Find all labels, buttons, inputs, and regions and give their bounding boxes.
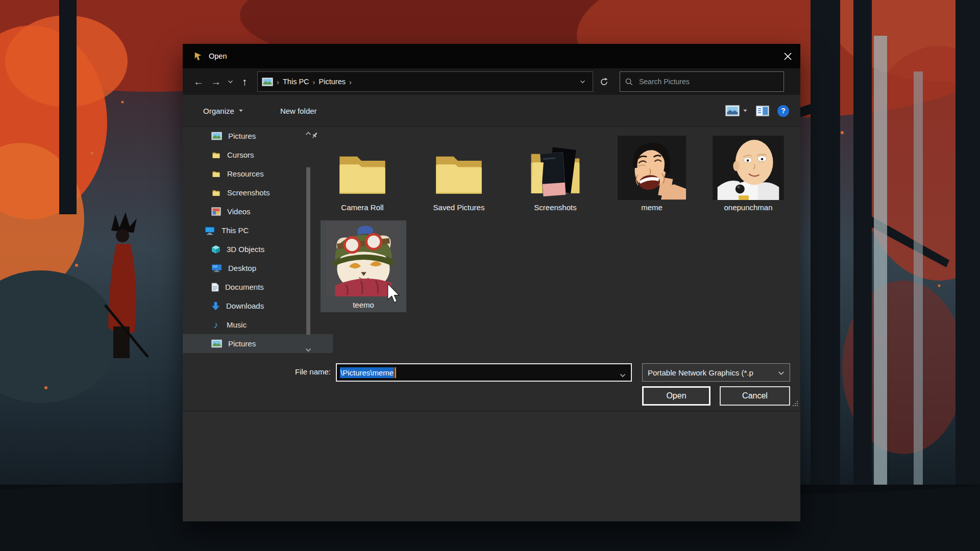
app-icon: [194, 52, 203, 61]
chevron-down-icon: [778, 368, 785, 377]
file-type-select[interactable]: Portable Network Graphics (*.p: [642, 363, 790, 382]
search-input[interactable]: [638, 77, 778, 86]
up-button[interactable]: ↑: [236, 72, 253, 91]
help-button[interactable]: ?: [777, 105, 789, 117]
thumbnail-view-icon: [725, 105, 740, 116]
folder-icon: [211, 151, 221, 159]
folder-icon: [211, 170, 221, 178]
dialog-titlebar[interactable]: Open: [183, 44, 800, 68]
refresh-icon: [600, 78, 608, 86]
pictures-icon: [211, 132, 222, 140]
change-view-button[interactable]: [725, 105, 748, 116]
text-caret: [395, 367, 396, 378]
pictures-icon: [211, 339, 222, 348]
preview-pane-icon: [756, 106, 769, 116]
breadcrumb-separator: ›: [349, 78, 352, 86]
breadcrumb-this-pc[interactable]: This PC: [283, 78, 309, 86]
command-bar: Organize New folder: [183, 95, 800, 127]
location-folder-icon: [262, 78, 273, 86]
back-button[interactable]: ←: [190, 72, 207, 91]
close-button[interactable]: [775, 44, 800, 68]
scroll-up-icon[interactable]: [305, 129, 311, 138]
folder-icon: [211, 189, 221, 197]
search-box[interactable]: [620, 71, 784, 92]
organize-button[interactable]: Organize: [203, 107, 243, 115]
address-dropdown-button[interactable]: [577, 80, 589, 84]
meme-thumbnail: [618, 136, 686, 200]
open-dialog: Open ← → ↑: [183, 44, 800, 411]
breadcrumb-separator: ›: [313, 78, 315, 86]
file-name-value: \Pictures\meme: [340, 367, 394, 378]
file-item-screenshots[interactable]: Screenshots: [509, 128, 601, 215]
file-item-saved-pictures[interactable]: Saved Pictures: [413, 128, 505, 215]
music-icon: ♪: [211, 321, 220, 329]
desktop-screen: Open ← → ↑: [0, 0, 980, 551]
onepunchman-thumbnail: [713, 136, 784, 200]
computer-icon: [204, 226, 215, 235]
download-icon: [211, 302, 220, 311]
close-icon: [784, 53, 792, 60]
sidebar-scrollbar[interactable]: [304, 127, 312, 357]
resize-grip[interactable]: [792, 400, 799, 409]
navigation-pane: Pictures: [183, 127, 312, 357]
open-button[interactable]: Open: [642, 386, 710, 406]
forward-button[interactable]: →: [207, 72, 225, 91]
file-item-camera-roll[interactable]: Camera Roll: [316, 128, 408, 215]
folder-icon: [334, 147, 391, 200]
chevron-down-icon: [238, 109, 243, 112]
cancel-button[interactable]: Cancel: [720, 386, 790, 406]
folder-with-previews-icon: [525, 144, 585, 200]
chevron-down-icon: [228, 80, 233, 84]
document-icon: [211, 283, 219, 292]
file-name-label: File name:: [277, 367, 331, 376]
videos-icon: [211, 207, 221, 216]
mouse-cursor: [387, 284, 401, 306]
file-name-dropdown-button[interactable]: [620, 370, 626, 380]
dialog-title: Open: [209, 52, 227, 60]
chevron-down-icon: [580, 80, 585, 84]
breadcrumb-separator: ›: [277, 78, 279, 86]
file-item-meme[interactable]: meme: [606, 128, 698, 215]
file-list[interactable]: Camera Roll Saved Pictures Screenshots m…: [312, 127, 800, 357]
folder-icon: [430, 147, 487, 200]
dialog-content: Pictures: [183, 127, 800, 357]
address-bar[interactable]: › This PC › Pictures ›: [257, 71, 593, 92]
refresh-button[interactable]: [595, 72, 612, 91]
scrollbar-thumb[interactable]: [306, 167, 310, 335]
breadcrumb-pictures[interactable]: Pictures: [319, 78, 346, 86]
recent-locations-button[interactable]: [225, 72, 236, 91]
new-folder-button[interactable]: New folder: [280, 107, 317, 115]
file-item-onepunchman[interactable]: onepunchman: [702, 128, 794, 215]
chevron-down-icon: [743, 109, 748, 112]
cube-icon: [211, 245, 220, 254]
desktop-icon: [211, 264, 222, 272]
dialog-footer: File name: \Pictures\meme Portable Netwo…: [183, 357, 800, 411]
scroll-down-icon[interactable]: [305, 345, 311, 354]
chevron-down-icon: [620, 373, 626, 378]
preview-pane-button[interactable]: [756, 106, 769, 116]
navigation-bar: ← → ↑ › This PC › Pictures ›: [183, 68, 800, 95]
file-name-input[interactable]: \Pictures\meme: [336, 363, 632, 382]
search-icon: [625, 78, 633, 86]
